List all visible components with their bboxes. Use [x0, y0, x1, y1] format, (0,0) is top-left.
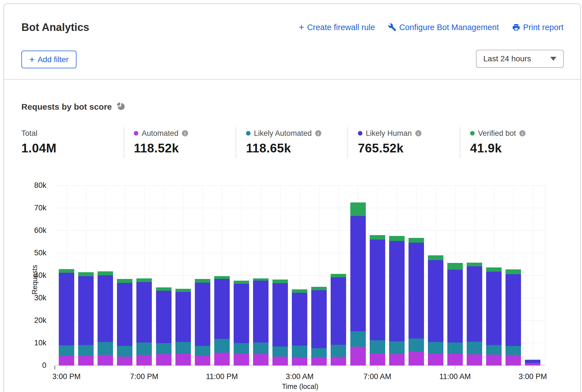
bar-segment-likely-human[interactable]: [98, 275, 113, 342]
bar-segment-verified-bot[interactable]: [331, 274, 346, 277]
bar-segment-likely-automated[interactable]: [59, 345, 74, 356]
bar-segment-automated[interactable]: [156, 354, 172, 366]
bar-segment-verified-bot[interactable]: [98, 271, 113, 275]
bar-segment-likely-automated[interactable]: [175, 342, 191, 354]
bar-segment-automated[interactable]: [195, 355, 210, 366]
bar-10-00-am[interactable]: [428, 255, 443, 366]
bar-segment-likely-human[interactable]: [78, 276, 94, 345]
bar-segment-likely-automated[interactable]: [311, 348, 327, 357]
bar-segment-likely-automated[interactable]: [506, 346, 521, 355]
bar-segment-likely-human[interactable]: [350, 216, 366, 331]
bar-segment-verified-bot[interactable]: [253, 278, 269, 281]
bar-segment-automated[interactable]: [486, 355, 502, 366]
bar-segment-automated[interactable]: [253, 354, 269, 366]
bar-12-00-am[interactable]: [234, 281, 249, 366]
bar-segment-verified-bot[interactable]: [59, 269, 74, 273]
bar-segment-likely-human[interactable]: [156, 291, 172, 343]
bar-segment-automated[interactable]: [311, 357, 327, 366]
bar-segment-likely-automated[interactable]: [214, 339, 230, 353]
bar-segment-likely-human[interactable]: [428, 260, 443, 342]
bar-segment-likely-automated[interactable]: [370, 340, 385, 353]
bar-segment-likely-human[interactable]: [331, 277, 346, 345]
bar-segment-likely-human[interactable]: [234, 284, 249, 343]
bar-segment-automated[interactable]: [370, 353, 385, 366]
bar-segment-likely-human[interactable]: [486, 272, 502, 345]
bar-segment-verified-bot[interactable]: [117, 279, 132, 283]
bar-segment-verified-bot[interactable]: [409, 238, 424, 243]
bar-11-00-pm[interactable]: [214, 276, 230, 366]
bar-segment-verified-bot[interactable]: [486, 267, 502, 272]
bar-segment-automated[interactable]: [409, 352, 424, 366]
bar-9-00-am[interactable]: [409, 238, 424, 366]
bar-5-00-am[interactable]: [331, 274, 346, 366]
bar-segment-automated[interactable]: [467, 354, 482, 366]
bar-3-00-pm[interactable]: [525, 360, 540, 366]
bar-segment-verified-bot[interactable]: [428, 255, 443, 260]
bar-segment-likely-human[interactable]: [136, 282, 152, 342]
add-filter-button[interactable]: + Add filter: [21, 51, 76, 68]
bar-segment-likely-automated[interactable]: [78, 345, 94, 356]
bar-segment-verified-bot[interactable]: [292, 289, 307, 293]
bar-segment-likely-automated[interactable]: [409, 339, 424, 352]
bar-segment-verified-bot[interactable]: [175, 289, 191, 292]
bar-3-00-am[interactable]: [292, 289, 307, 366]
bar-segment-likely-automated[interactable]: [447, 343, 463, 354]
bar-4-00-pm[interactable]: [78, 272, 94, 366]
bar-segment-likely-automated[interactable]: [486, 345, 502, 355]
bar-segment-automated[interactable]: [428, 354, 443, 366]
bar-segment-verified-bot[interactable]: [506, 269, 521, 274]
bar-segment-automated[interactable]: [506, 355, 521, 366]
bar-segment-automated[interactable]: [389, 354, 405, 366]
bar-segment-automated[interactable]: [59, 356, 74, 366]
bar-4-00-am[interactable]: [311, 287, 327, 366]
bar-segment-likely-human[interactable]: [409, 243, 424, 339]
create-firewall-rule-link[interactable]: + Create firewall rule: [299, 22, 375, 32]
bar-segment-automated[interactable]: [525, 364, 540, 366]
bar-segment-automated[interactable]: [136, 355, 152, 366]
bar-7-00-pm[interactable]: [136, 278, 152, 366]
time-range-select[interactable]: Last 24 hours: [476, 50, 564, 68]
bar-segment-verified-bot[interactable]: [272, 280, 288, 283]
bar-6-00-pm[interactable]: [117, 279, 132, 366]
bar-segment-verified-bot[interactable]: [311, 287, 327, 290]
bar-segment-likely-automated[interactable]: [234, 343, 249, 354]
bar-segment-likely-human[interactable]: [370, 240, 385, 340]
bar-1-00-pm[interactable]: [486, 267, 502, 366]
bar-segment-likely-human[interactable]: [117, 283, 132, 346]
bar-5-00-pm[interactable]: [98, 271, 113, 366]
bar-segment-likely-human[interactable]: [195, 283, 210, 346]
bar-segment-verified-bot[interactable]: [156, 287, 172, 291]
bar-segment-automated[interactable]: [331, 357, 346, 366]
bar-8-00-pm[interactable]: [156, 287, 172, 366]
print-report-link[interactable]: Print report: [512, 23, 563, 32]
info-icon[interactable]: i: [519, 130, 525, 136]
bar-segment-verified-bot[interactable]: [350, 202, 366, 216]
bar-6-00-am[interactable]: [350, 202, 366, 366]
bar-8-00-am[interactable]: [389, 236, 405, 366]
bar-segment-automated[interactable]: [78, 356, 94, 366]
bar-segment-verified-bot[interactable]: [389, 236, 405, 241]
bar-segment-automated[interactable]: [175, 354, 191, 366]
info-icon[interactable]: i: [415, 130, 421, 136]
bar-3-00-pm[interactable]: [59, 269, 74, 366]
bar-segment-automated[interactable]: [98, 355, 113, 366]
configure-bot-management-link[interactable]: Configure Bot Management: [388, 23, 499, 32]
bar-segment-likely-automated[interactable]: [292, 346, 307, 357]
bar-segment-likely-automated[interactable]: [467, 342, 482, 354]
bar-segment-likely-human[interactable]: [59, 273, 74, 345]
info-icon[interactable]: i: [315, 130, 321, 136]
bar-10-00-pm[interactable]: [195, 279, 210, 366]
bar-7-00-am[interactable]: [370, 235, 385, 366]
bar-9-00-pm[interactable]: [175, 289, 191, 366]
bar-segment-likely-automated[interactable]: [117, 346, 132, 357]
bar-segment-likely-human[interactable]: [311, 290, 327, 348]
bar-segment-verified-bot[interactable]: [195, 279, 210, 283]
bar-segment-likely-automated[interactable]: [331, 345, 346, 357]
bar-segment-automated[interactable]: [272, 357, 288, 366]
bar-segment-likely-human[interactable]: [506, 274, 521, 346]
bar-segment-likely-automated[interactable]: [272, 346, 288, 357]
bar-segment-verified-bot[interactable]: [370, 235, 385, 240]
bar-2-00-pm[interactable]: [506, 269, 521, 366]
bar-segment-likely-automated[interactable]: [98, 342, 113, 355]
bar-segment-automated[interactable]: [447, 354, 463, 366]
